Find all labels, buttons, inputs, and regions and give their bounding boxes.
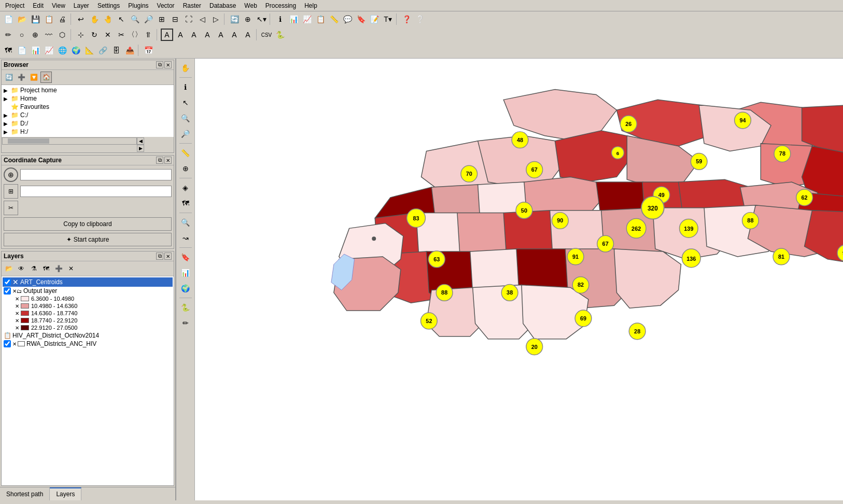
- layer-checkbox-rwa[interactable]: [4, 340, 11, 347]
- zoom-out-tool-btn[interactable]: 🔎: [178, 127, 193, 141]
- print-btn[interactable]: 🖨: [56, 13, 68, 25]
- h-scrollbar[interactable]: [2, 137, 137, 145]
- grid-btn[interactable]: ⊞: [4, 184, 18, 199]
- label-btn[interactable]: A: [161, 29, 173, 41]
- copy-to-clipboard-btn[interactable]: Copy to clipboard: [4, 217, 172, 231]
- capture-pts-btn[interactable]: ⊕: [29, 29, 41, 41]
- tip-btn[interactable]: 💬: [341, 13, 354, 25]
- h-scrollbar-thumb[interactable]: [8, 138, 49, 144]
- scroll-right-btn[interactable]: ▶: [137, 145, 144, 152]
- pan-tool-btn[interactable]: ✋: [178, 61, 193, 75]
- label5-btn[interactable]: A: [215, 29, 227, 41]
- help-btn[interactable]: ❓: [400, 13, 413, 25]
- tree-item-favourites[interactable]: ⭐ Favourites: [3, 103, 173, 111]
- scissors-btn[interactable]: ✂: [4, 201, 18, 215]
- layers-add2-btn[interactable]: ➕: [53, 263, 64, 274]
- network-btn[interactable]: 🔗: [96, 44, 109, 57]
- menu-help[interactable]: Help: [300, 1, 321, 10]
- layer-checkbox-output[interactable]: [4, 287, 11, 295]
- python-tool-btn[interactable]: 🐍: [178, 300, 193, 315]
- select-features-btn[interactable]: ↖: [115, 13, 128, 25]
- map-area[interactable]: ✋ ℹ ↖ 🔍 🔎 📏 ⊕ ◈ 🗺 🔍 ↝ 🔖 📊 🌍 🐍 ✏: [176, 59, 843, 500]
- menu-view[interactable]: View: [48, 1, 69, 10]
- tree-item-project-home[interactable]: ▶ 📁 Project home: [3, 86, 173, 94]
- pan-map2-btn[interactable]: 🤚: [102, 13, 114, 25]
- zoom-next-btn[interactable]: ▷: [209, 13, 222, 25]
- zoom-rubber-btn[interactable]: ⊞: [156, 13, 168, 25]
- zoom-last-btn[interactable]: ◁: [196, 13, 208, 25]
- layers-float-btn[interactable]: ⧉: [156, 253, 163, 260]
- tab-layers[interactable]: Layers: [50, 487, 81, 500]
- move-feature-btn[interactable]: ⊹: [75, 29, 87, 41]
- refresh-btn[interactable]: 🔄: [228, 13, 241, 25]
- layer-item-art-centroids[interactable]: ✕ ART_Centroids: [3, 277, 173, 287]
- bookmarks-tool-btn[interactable]: 🔖: [178, 250, 193, 264]
- search-tool-btn[interactable]: 🔍: [178, 215, 193, 230]
- browser-refresh-btn[interactable]: 🔄: [3, 72, 15, 83]
- zoom-layer-btn[interactable]: ⊟: [169, 13, 181, 25]
- menu-layer[interactable]: Layer: [69, 1, 93, 10]
- coord-close-btn[interactable]: ✕: [164, 157, 172, 164]
- new-project-btn[interactable]: 📄: [2, 13, 15, 25]
- delete-btn[interactable]: ✕: [102, 29, 114, 41]
- crosshair-btn[interactable]: ⊕: [4, 167, 18, 182]
- zoom-native-btn[interactable]: ⊕: [242, 13, 254, 25]
- browser-filter-btn[interactable]: 🔽: [28, 72, 39, 83]
- label4-btn[interactable]: A: [201, 29, 214, 41]
- route-tool-btn[interactable]: ↝: [178, 231, 193, 245]
- python-btn[interactable]: 🐍: [274, 29, 286, 41]
- capture-line-btn[interactable]: 〰: [43, 29, 55, 41]
- browser-home-btn[interactable]: 🏠: [40, 72, 52, 83]
- label3-btn[interactable]: A: [188, 29, 200, 41]
- menu-database[interactable]: Database: [205, 1, 240, 10]
- map-svg[interactable]: 94 48 26 78 70 67 6 59 49: [195, 59, 843, 491]
- capture-poly-btn[interactable]: ⬡: [56, 29, 68, 41]
- browser-close-btn[interactable]: ✕: [164, 61, 172, 68]
- scroll-left-btn[interactable]: ◀: [137, 137, 144, 145]
- menu-vector[interactable]: Vector: [153, 1, 179, 10]
- zoom-in-tool-btn[interactable]: 🔍: [178, 111, 193, 125]
- composer4-btn[interactable]: 📈: [43, 44, 55, 57]
- label6-btn[interactable]: A: [228, 29, 241, 41]
- coord-float-btn[interactable]: ⧉: [156, 157, 163, 164]
- layers-remove-btn[interactable]: ✕: [65, 263, 77, 274]
- georef2-btn[interactable]: 🌍: [69, 44, 82, 57]
- tab-shortest-path[interactable]: Shortest path: [0, 487, 50, 500]
- measure-btn[interactable]: 📏: [328, 13, 340, 25]
- layer-item-hiv[interactable]: 📋 HIV_ART_District_OctNov2014: [3, 331, 173, 340]
- save-as-btn[interactable]: 📋: [43, 13, 55, 25]
- coord-x-input[interactable]: [20, 169, 172, 180]
- label2-btn[interactable]: A: [174, 29, 187, 41]
- layer-item-output-group[interactable]: ✕ 🗂 Output layer: [3, 287, 173, 295]
- menu-web[interactable]: Web: [240, 1, 261, 10]
- offset-btn[interactable]: ⥣: [142, 29, 154, 41]
- tree-item-home[interactable]: ▶ 📁 Home: [3, 94, 173, 103]
- split-btn[interactable]: ✂: [115, 29, 128, 41]
- layers-filter-btn[interactable]: ⚗: [28, 263, 39, 274]
- layers-eye-btn[interactable]: 👁: [16, 263, 27, 274]
- calendar-btn[interactable]: 📅: [142, 44, 154, 57]
- coord-y-input[interactable]: [20, 186, 172, 197]
- georef3-btn[interactable]: 📐: [83, 44, 95, 57]
- whats-this-btn[interactable]: ❔: [414, 13, 426, 25]
- tree-item-d[interactable]: ▶ 📁 D:/: [3, 119, 173, 128]
- reshape-btn[interactable]: 〈〉: [129, 29, 141, 41]
- profile-tool-btn[interactable]: 📊: [178, 265, 193, 280]
- select-dropdown-btn[interactable]: ↖▾: [255, 13, 268, 25]
- save-project-btn[interactable]: 💾: [29, 13, 41, 25]
- start-capture-btn[interactable]: ✦ Start capture: [4, 233, 172, 246]
- identify-btn[interactable]: ℹ: [274, 13, 286, 25]
- layer-item-rwa[interactable]: ✕ RWA_Districts_ANC_HIV: [3, 340, 173, 348]
- layer-tool-btn[interactable]: 🗺: [178, 196, 193, 211]
- csv-btn[interactable]: CSV: [260, 29, 273, 41]
- measure-tool-btn[interactable]: 📏: [178, 146, 193, 160]
- rotate-btn[interactable]: ↻: [88, 29, 101, 41]
- db2-btn[interactable]: 📤: [123, 44, 136, 57]
- annotation-btn[interactable]: 📝: [368, 13, 381, 25]
- open-project-btn[interactable]: 📂: [16, 13, 28, 25]
- stats-btn[interactable]: 📈: [301, 13, 313, 25]
- digitize-btn[interactable]: ✏: [2, 29, 15, 41]
- menu-processing[interactable]: Processing: [261, 1, 300, 10]
- symbol-tool-btn[interactable]: ◈: [178, 180, 193, 195]
- edit-tool-btn[interactable]: ✏: [178, 316, 193, 330]
